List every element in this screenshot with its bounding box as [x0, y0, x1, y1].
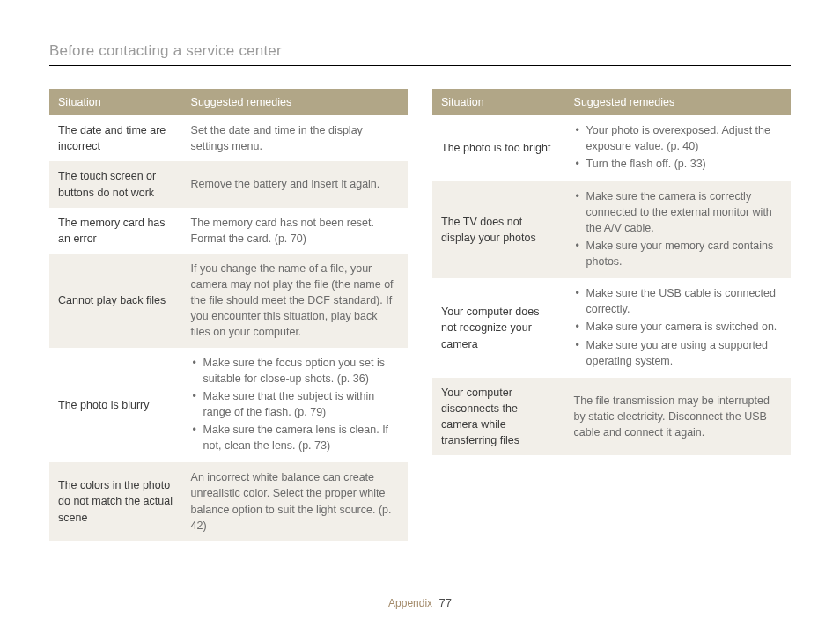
remedy-cell: Remove the battery and insert it again. [182, 161, 408, 207]
remedy-list: Make sure the USB cable is connected cor… [574, 285, 782, 369]
table-row: The memory card has an error The memory … [49, 208, 408, 254]
remedy-cell: Your photo is overexposed. Adjust the ex… [565, 115, 791, 181]
troubleshooting-table-left: Situation Suggested remedies The date an… [49, 89, 408, 541]
header-situation: Situation [432, 89, 565, 115]
remedy-cell: An incorrect white balance can create un… [182, 462, 408, 541]
remedy-list: Make sure the focus option you set is su… [191, 355, 399, 454]
situation-cell: Your computer disconnects the camera whi… [432, 378, 565, 456]
list-item: Your photo is overexposed. Adjust the ex… [574, 122, 782, 154]
situation-cell: The date and time are incorrect [49, 115, 182, 161]
table-row: Your computer disconnects the camera whi… [432, 378, 791, 456]
remedy-cell: If you change the name of a file, your c… [182, 254, 408, 348]
table-row: Your computer does not recognize your ca… [432, 278, 791, 378]
situation-cell: The colors in the photo do not match the… [49, 462, 182, 541]
list-item: Make sure the USB cable is connected cor… [574, 285, 782, 317]
left-column: Situation Suggested remedies The date an… [49, 89, 408, 541]
remedy-list: Make sure the camera is correctly connec… [574, 188, 782, 270]
list-item: Make sure the camera lens is clean. If n… [191, 422, 399, 453]
table-row: The touch screen or buttons do not work … [49, 161, 408, 207]
situation-cell: Cannot play back files [49, 254, 182, 348]
footer-page-number: 77 [438, 596, 451, 609]
header-situation: Situation [49, 89, 182, 115]
header-remedies: Suggested remedies [182, 89, 408, 115]
table-row: Cannot play back files If you change the… [49, 254, 408, 348]
remedy-cell: Make sure the USB cable is connected cor… [565, 278, 791, 378]
situation-cell: The memory card has an error [49, 208, 182, 254]
list-item: Make sure the camera is correctly connec… [574, 188, 782, 236]
list-item: Make sure the focus option you set is su… [191, 355, 399, 387]
list-item: Make sure that the subject is within ran… [191, 388, 399, 420]
situation-cell: The TV does not display your photos [432, 181, 565, 279]
situation-cell: The touch screen or buttons do not work [49, 161, 182, 207]
remedy-cell: Make sure the focus option you set is su… [182, 348, 408, 463]
remedy-cell: Set the date and time in the display set… [182, 115, 408, 161]
table-row: The date and time are incorrect Set the … [49, 115, 408, 161]
table-row: The TV does not display your photos Make… [432, 181, 791, 279]
page-footer: Appendix 77 [0, 596, 840, 609]
footer-section: Appendix [388, 597, 432, 609]
header-remedies: Suggested remedies [565, 89, 791, 115]
table-row: The photo is too bright Your photo is ov… [432, 115, 791, 181]
page-title: Before contacting a service center [49, 42, 791, 66]
table-row: The photo is blurry Make sure the focus … [49, 348, 408, 463]
list-item: Make sure you are using a supported oper… [574, 337, 782, 369]
list-item: Make sure your camera is switched on. [574, 319, 782, 335]
situation-cell: Your computer does not recognize your ca… [432, 278, 565, 378]
list-item: Turn the flash off. (p. 33) [574, 156, 782, 172]
right-column: Situation Suggested remedies The photo i… [432, 89, 791, 541]
situation-cell: The photo is too bright [432, 115, 565, 181]
troubleshooting-table-right: Situation Suggested remedies The photo i… [432, 89, 791, 455]
content-columns: Situation Suggested remedies The date an… [49, 89, 791, 541]
list-item: Make sure your memory card contains phot… [574, 238, 782, 269]
remedy-list: Your photo is overexposed. Adjust the ex… [574, 122, 782, 172]
table-row: The colors in the photo do not match the… [49, 462, 408, 541]
remedy-cell: Make sure the camera is correctly connec… [565, 181, 791, 279]
situation-cell: The photo is blurry [49, 348, 182, 463]
remedy-cell: The file transmission may be interrupted… [565, 378, 791, 456]
remedy-cell: The memory card has not been reset. Form… [182, 208, 408, 254]
